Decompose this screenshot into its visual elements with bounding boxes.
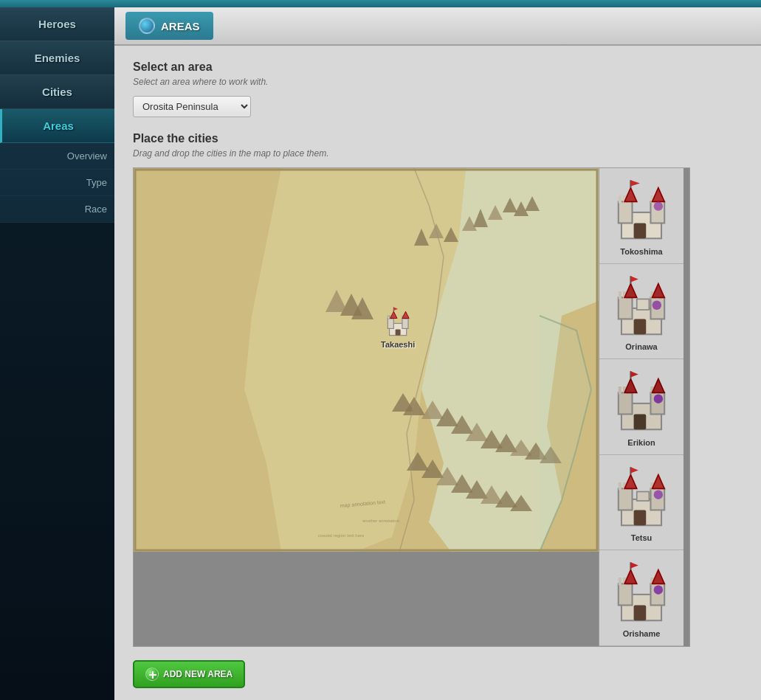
select-area-title: Select an area: [133, 60, 743, 74]
svg-rect-93: [634, 510, 647, 525]
add-new-area-label: ADD NEW AREA: [163, 669, 233, 679]
svg-rect-38: [388, 319, 393, 329]
tokoshima-label: Tokoshima: [620, 247, 662, 256]
erikion-label: Erikion: [627, 438, 655, 447]
sidebar: Heroes Enemies Cities Areas Overview Typ…: [0, 7, 114, 700]
add-new-area-button[interactable]: ADD NEW AREA: [133, 660, 245, 688]
svg-marker-46: [390, 311, 397, 318]
tetsu-label: Tetsu: [631, 533, 652, 542]
page-content: Select an area Select an area where to w…: [114, 46, 761, 700]
map-background: map annotation text another annotation c…: [134, 168, 599, 552]
city-item-erikion[interactable]: Erikion: [599, 359, 683, 455]
sidebar-subitem-type[interactable]: Type: [0, 170, 114, 196]
svg-marker-76: [630, 276, 638, 282]
add-icon: [145, 668, 159, 681]
area-select-section: Select an area Select an area where to w…: [133, 60, 743, 117]
city-item-orishame[interactable]: Orishame: [599, 550, 683, 646]
svg-rect-107: [634, 606, 647, 621]
sidebar-item-heroes[interactable]: Heroes: [0, 7, 114, 41]
globe-icon: [139, 18, 155, 34]
tokoshima-icon: [603, 176, 680, 245]
svg-marker-115: [652, 570, 665, 584]
map-area[interactable]: map annotation text another annotation c…: [134, 168, 599, 552]
svg-marker-101: [652, 474, 665, 488]
svg-rect-54: [619, 195, 621, 203]
svg-text:coastal region text here: coastal region text here: [318, 533, 365, 538]
areas-tab[interactable]: AREAS: [125, 12, 213, 40]
svg-rect-40: [388, 316, 389, 319]
svg-rect-96: [619, 482, 621, 490]
areas-tab-label: AREAS: [161, 20, 200, 32]
svg-point-104: [654, 490, 663, 499]
svg-marker-103: [630, 467, 638, 473]
svg-point-64: [654, 201, 663, 210]
svg-rect-37: [396, 330, 401, 336]
main-layout: Heroes Enemies Cities Areas Overview Typ…: [0, 7, 761, 700]
city-item-orinawa[interactable]: Orinawa: [599, 264, 683, 360]
svg-point-77: [652, 300, 661, 309]
orishame-label: Orishame: [623, 629, 661, 638]
svg-marker-117: [630, 563, 638, 569]
city-item-tetsu[interactable]: Tetsu: [599, 455, 683, 551]
svg-rect-83: [619, 387, 621, 394]
svg-rect-110: [619, 578, 621, 585]
svg-rect-52: [619, 201, 633, 223]
svg-rect-51: [634, 223, 647, 238]
area-dropdown[interactable]: Orosita Peninsula: [133, 96, 251, 117]
content-area: AREAS Select an area Select an area wher…: [114, 7, 761, 700]
svg-marker-87: [624, 379, 637, 393]
svg-marker-47: [402, 311, 409, 318]
place-cities-subtitle: Drag and drop the cities in the map to p…: [133, 148, 743, 159]
takaeshi-label: Takaeshi: [381, 340, 415, 349]
orishame-icon: [603, 558, 680, 627]
svg-marker-88: [652, 379, 665, 393]
svg-marker-114: [624, 570, 637, 584]
place-cities-title: Place the cities: [133, 132, 743, 145]
cities-sidebar[interactable]: Tokoshima: [599, 168, 683, 646]
orinawa-icon: [603, 271, 680, 341]
city-item-tokoshima[interactable]: Tokoshima: [599, 168, 683, 264]
svg-marker-61: [652, 188, 665, 202]
svg-rect-105: [637, 491, 650, 500]
svg-point-118: [654, 586, 663, 595]
select-area-subtitle: Select an area where to work with.: [133, 77, 743, 87]
erikion-icon: [603, 367, 680, 436]
svg-marker-100: [624, 474, 637, 488]
place-cities-section: Place the cities Drag and drop the citie…: [133, 132, 743, 688]
tetsu-icon: [603, 462, 680, 532]
top-bar: [0, 0, 761, 7]
map-city-takaeshi[interactable]: Takaeshi: [381, 305, 415, 349]
svg-rect-78: [637, 299, 650, 310]
sidebar-bottom: [0, 223, 114, 700]
svg-marker-74: [652, 283, 665, 297]
svg-rect-108: [619, 584, 633, 606]
svg-rect-39: [402, 319, 408, 329]
svg-rect-67: [619, 297, 633, 319]
sidebar-item-areas[interactable]: Areas: [0, 109, 114, 143]
svg-point-91: [654, 395, 663, 403]
map-container: map annotation text another annotation c…: [133, 167, 690, 647]
sidebar-subitem-overview[interactable]: Overview: [0, 143, 114, 170]
svg-marker-49: [393, 307, 398, 311]
svg-rect-69: [619, 291, 621, 299]
svg-rect-66: [634, 319, 647, 334]
svg-marker-90: [630, 371, 638, 377]
sidebar-item-enemies[interactable]: Enemies: [0, 41, 114, 75]
sidebar-subitem-race[interactable]: Race: [0, 196, 114, 223]
svg-rect-80: [634, 415, 647, 430]
sidebar-item-cities[interactable]: Cities: [0, 75, 114, 109]
svg-marker-60: [624, 188, 637, 202]
svg-marker-63: [630, 180, 639, 186]
svg-marker-73: [624, 283, 637, 297]
takaeshi-icon: [381, 305, 415, 339]
svg-rect-81: [619, 393, 633, 415]
orinawa-label: Orinawa: [625, 342, 657, 351]
svg-text:another annotation: another annotation: [362, 519, 399, 523]
header-bar: AREAS: [114, 7, 761, 46]
svg-rect-94: [619, 488, 633, 510]
